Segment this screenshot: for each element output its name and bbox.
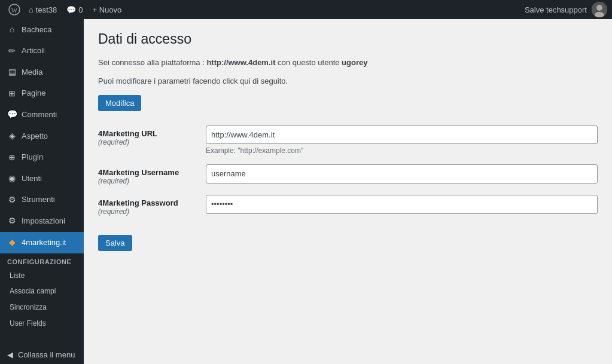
sidebar-item-impostazioni[interactable]: ⚙ Impostazioni xyxy=(0,210,84,232)
page-title: Dati di accesso xyxy=(98,31,598,47)
articles-icon: ✏ xyxy=(7,45,17,57)
connection-prefix: Sei connesso alla piattaforma : xyxy=(98,58,205,67)
username-label-title: 4Marketing Username xyxy=(98,168,206,177)
wp-logo[interactable]: W xyxy=(5,0,24,19)
form-row-url: 4Marketing URL (required) Example: "http… xyxy=(98,126,598,155)
comments-count: 0 xyxy=(78,5,83,14)
house-icon: ⌂ xyxy=(29,5,34,14)
connection-middle: con questo utente xyxy=(278,58,339,67)
form-field-username xyxy=(206,164,598,183)
password-required: (required) xyxy=(98,207,206,216)
topbar-right: Salve techsupport xyxy=(525,2,607,17)
sincronizza-label: Sincronizza xyxy=(10,302,47,313)
topbar-avatar[interactable] xyxy=(592,2,607,17)
settings-icon: ⚙ xyxy=(7,215,17,227)
sidebar-submenu: Configurazione Liste Associa campi Sincr… xyxy=(0,253,84,332)
associa-campi-label: Associa campi xyxy=(10,286,56,296)
sidebar-item-strumenti[interactable]: ⚙ Strumenti xyxy=(0,189,84,211)
sidebar: ⌂ Bacheca ✏ Articoli ▤ Media ⊞ Pagine 💬 … xyxy=(0,19,84,364)
media-icon: ▤ xyxy=(7,66,17,78)
home-icon: ⌂ xyxy=(7,24,17,36)
topbar: W ⌂ test38 💬 0 + Nuovo Salve techsupport xyxy=(0,0,612,19)
connection-url: http://www.4dem.it xyxy=(206,58,275,67)
modify-note: Puoi modificare i parametri facendo clic… xyxy=(98,77,598,85)
sidebar-item-bacheca[interactable]: ⌂ Bacheca xyxy=(0,19,84,41)
sidebar-label-impostazioni: Impostazioni xyxy=(22,216,65,227)
sidebar-label-plugin: Plugin xyxy=(22,152,43,163)
svg-point-3 xyxy=(596,5,602,11)
topbar-comments[interactable]: 💬 0 xyxy=(62,0,87,19)
form-label-username: 4Marketing Username (required) xyxy=(98,164,206,185)
svg-text:W: W xyxy=(11,7,18,14)
comment-icon: 💬 xyxy=(66,5,76,14)
sidebar-label-bacheca: Bacheca xyxy=(22,25,52,35)
sidebar-label-4marketing: 4marketing.it xyxy=(22,237,66,248)
sidebar-label-articoli: Articoli xyxy=(22,45,45,56)
form-field-password xyxy=(206,195,598,214)
form-field-url: Example: "http://example.com" xyxy=(206,126,598,155)
4marketing-icon: ◆ xyxy=(7,237,17,249)
sidebar-sub-user-fields[interactable]: User Fields xyxy=(0,316,84,332)
form-label-password: 4Marketing Password (required) xyxy=(98,195,206,216)
plugin-icon: ⊕ xyxy=(7,152,17,164)
url-label-title: 4Marketing URL xyxy=(98,129,206,138)
sidebar-label-aspetto: Aspetto xyxy=(22,131,48,142)
topbar-site[interactable]: ⌂ test38 xyxy=(24,0,62,19)
password-input[interactable] xyxy=(206,195,598,214)
sidebar-sub-sincronizza[interactable]: Sincronizza xyxy=(0,299,84,316)
salva-button[interactable]: Salva xyxy=(98,235,132,251)
sidebar-label-pagine: Pagine xyxy=(22,88,45,99)
username-input[interactable] xyxy=(206,164,598,183)
comments-icon: 💬 xyxy=(7,109,17,121)
modifica-button[interactable]: Modifica xyxy=(98,95,141,111)
main-content: Dati di accesso Sei connesso alla piatta… xyxy=(84,19,612,364)
sidebar-item-aspetto[interactable]: ◈ Aspetto xyxy=(0,126,84,147)
topbar-salve[interactable]: Salve techsupport xyxy=(525,5,587,14)
sidebar-sub-liste[interactable]: Liste xyxy=(0,268,84,284)
url-required: (required) xyxy=(98,138,206,146)
topbar-new[interactable]: + Nuovo xyxy=(88,0,127,19)
sidebar-item-plugin[interactable]: ⊕ Plugin xyxy=(0,147,84,169)
sidebar-item-articoli[interactable]: ✏ Articoli xyxy=(0,41,84,62)
sidebar-item-4marketing[interactable]: ◆ 4marketing.it xyxy=(0,232,84,253)
sidebar-item-media[interactable]: ▤ Media xyxy=(0,62,84,83)
form-label-url: 4Marketing URL (required) xyxy=(98,126,206,146)
url-input[interactable] xyxy=(206,126,598,145)
sidebar-item-pagine[interactable]: ⊞ Pagine xyxy=(0,83,84,105)
sidebar-label-media: Media xyxy=(22,67,42,78)
form-row-username: 4Marketing Username (required) xyxy=(98,164,598,185)
layout: ⌂ Bacheca ✏ Articoli ▤ Media ⊞ Pagine 💬 … xyxy=(0,19,612,364)
username-required: (required) xyxy=(98,177,206,185)
sidebar-sub-associa-campi[interactable]: Associa campi xyxy=(0,283,84,299)
sidebar-label-utenti: Utenti xyxy=(22,173,42,184)
pages-icon: ⊞ xyxy=(7,88,17,100)
sidebar-label-commenti: Commenti xyxy=(22,109,57,120)
url-hint: Example: "http://example.com" xyxy=(206,146,598,155)
password-label-title: 4Marketing Password xyxy=(98,198,206,207)
collapse-icon: ◀ xyxy=(7,350,13,359)
sidebar-item-commenti[interactable]: 💬 Commenti xyxy=(0,104,84,126)
sidebar-label-strumenti: Strumenti xyxy=(22,194,55,205)
connection-user: ugorey xyxy=(342,58,367,67)
collapse-label: Collassa il menu xyxy=(18,350,75,359)
topbar-new-label: + Nuovo xyxy=(93,5,122,14)
tools-icon: ⚙ xyxy=(7,194,17,206)
form-row-password: 4Marketing Password (required) xyxy=(98,195,598,216)
connection-info: Sei connesso alla piattaforma : http://w… xyxy=(98,57,598,69)
configurazione-title: Configurazione xyxy=(0,253,84,268)
site-name: test38 xyxy=(36,5,57,14)
sidebar-collapse[interactable]: ◀ Collassa il menu xyxy=(0,345,84,364)
sidebar-item-utenti[interactable]: ◉ Utenti xyxy=(0,168,84,189)
aspetto-icon: ◈ xyxy=(7,130,17,142)
user-fields-label: User Fields xyxy=(10,319,46,329)
liste-label: Liste xyxy=(10,271,25,281)
users-icon: ◉ xyxy=(7,173,17,185)
